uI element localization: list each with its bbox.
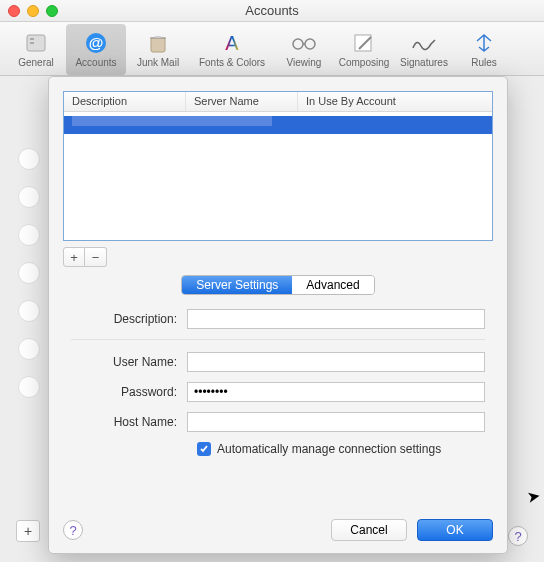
svg-point-6 bbox=[293, 39, 303, 49]
svg-rect-0 bbox=[27, 35, 45, 51]
tab-signatures[interactable]: Signatures bbox=[394, 24, 454, 75]
fonts-icon: A bbox=[218, 31, 246, 55]
description-label: Description: bbox=[71, 312, 187, 326]
rules-icon bbox=[470, 31, 498, 55]
col-in-use[interactable]: In Use By Account bbox=[298, 92, 492, 111]
svg-rect-8 bbox=[355, 35, 371, 51]
tab-server-settings[interactable]: Server Settings bbox=[182, 276, 292, 294]
window-controls bbox=[8, 5, 58, 17]
tab-composing[interactable]: Composing bbox=[334, 24, 394, 75]
server-form: Description: User Name: Password: Host N… bbox=[71, 309, 485, 456]
parent-help-button[interactable]: ? bbox=[508, 526, 528, 546]
settings-tabs: Server Settings Advanced bbox=[181, 275, 374, 295]
titlebar: Accounts bbox=[0, 0, 544, 22]
svg-text:@: @ bbox=[89, 34, 104, 51]
tab-rules[interactable]: Rules bbox=[454, 24, 514, 75]
tab-junk-mail[interactable]: Junk Mail bbox=[126, 24, 190, 75]
cancel-button[interactable]: Cancel bbox=[331, 519, 407, 541]
server-table: Description Server Name In Use By Accoun… bbox=[63, 91, 493, 241]
trash-icon bbox=[144, 31, 172, 55]
svg-point-7 bbox=[305, 39, 315, 49]
hostname-field[interactable] bbox=[187, 412, 485, 432]
col-description[interactable]: Description bbox=[64, 92, 186, 111]
toolbar: General @ Accounts Junk Mail A Fonts & C… bbox=[0, 22, 544, 76]
server-sheet: Description Server Name In Use By Accoun… bbox=[48, 76, 508, 554]
description-field[interactable] bbox=[187, 309, 485, 329]
tab-fonts-colors[interactable]: A Fonts & Colors bbox=[190, 24, 274, 75]
add-remove: + − bbox=[63, 247, 493, 267]
zoom-icon[interactable] bbox=[46, 5, 58, 17]
hostname-label: Host Name: bbox=[71, 415, 187, 429]
table-row[interactable] bbox=[64, 116, 492, 134]
svg-rect-1 bbox=[30, 38, 34, 40]
svg-rect-2 bbox=[30, 42, 34, 44]
auto-manage-row[interactable]: Automatically manage connection settings bbox=[197, 442, 485, 456]
password-field[interactable] bbox=[187, 382, 485, 402]
username-label: User Name: bbox=[71, 355, 187, 369]
general-icon bbox=[22, 31, 50, 55]
svg-text:A: A bbox=[225, 32, 239, 54]
add-server-button[interactable]: + bbox=[63, 247, 85, 267]
close-icon[interactable] bbox=[8, 5, 20, 17]
table-body[interactable] bbox=[64, 112, 492, 240]
tab-accounts[interactable]: @ Accounts bbox=[66, 24, 126, 75]
help-button[interactable]: ? bbox=[63, 520, 83, 540]
at-icon: @ bbox=[82, 31, 110, 55]
username-field[interactable] bbox=[187, 352, 485, 372]
auto-manage-label: Automatically manage connection settings bbox=[217, 442, 441, 456]
parent-add-button[interactable]: + bbox=[16, 520, 40, 542]
password-label: Password: bbox=[71, 385, 187, 399]
tab-advanced[interactable]: Advanced bbox=[292, 276, 373, 294]
window-title: Accounts bbox=[245, 3, 298, 18]
col-server-name[interactable]: Server Name bbox=[186, 92, 298, 111]
signature-icon bbox=[410, 31, 438, 55]
ok-button[interactable]: OK bbox=[417, 519, 493, 541]
compose-icon bbox=[350, 31, 378, 55]
tab-viewing[interactable]: Viewing bbox=[274, 24, 334, 75]
tab-general[interactable]: General bbox=[6, 24, 66, 75]
glasses-icon bbox=[290, 31, 318, 55]
minimize-icon[interactable] bbox=[27, 5, 39, 17]
checkbox-checked-icon[interactable] bbox=[197, 442, 211, 456]
remove-server-button[interactable]: − bbox=[85, 247, 107, 267]
